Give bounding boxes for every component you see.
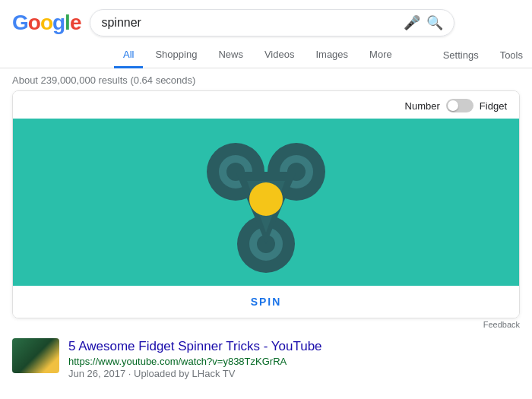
tab-shopping[interactable]: Shopping <box>146 43 206 68</box>
search-bar: 🎤 🔍 <box>90 9 454 36</box>
microphone-icon[interactable]: 🎤 <box>404 14 420 31</box>
search-icon[interactable]: 🔍 <box>426 14 443 31</box>
tab-news[interactable]: News <box>209 43 252 68</box>
logo-g2: g <box>52 11 65 34</box>
fidget-spinner-svg <box>190 126 342 278</box>
header: Google 🎤 🔍 <box>0 0 532 36</box>
result-meta: Jun 26, 2017 · Uploaded by LHack TV <box>68 368 322 379</box>
tab-images[interactable]: Images <box>306 43 357 68</box>
spin-label: SPIN <box>251 296 282 308</box>
spinner-visual[interactable] <box>13 119 519 286</box>
svg-point-11 <box>249 182 283 216</box>
spin-button[interactable]: SPIN <box>13 286 519 318</box>
tab-more[interactable]: More <box>360 43 401 68</box>
toggle-number-label: Number <box>405 100 440 112</box>
tab-videos[interactable]: Videos <box>255 43 304 68</box>
spinner-card: Number Fidget <box>12 90 520 318</box>
result-thumbnail-image <box>12 338 59 373</box>
search-input[interactable] <box>101 16 397 30</box>
spinner-toggle[interactable] <box>446 99 473 112</box>
search-result-item: 5 Awesome Fidget Spinner Tricks - YouTub… <box>0 331 532 387</box>
logo-l: l <box>65 11 70 34</box>
toggle-fidget-label: Fidget <box>480 100 507 112</box>
result-text: 5 Awesome Fidget Spinner Tricks - YouTub… <box>68 338 322 379</box>
toggle-knob <box>448 100 458 111</box>
result-title[interactable]: 5 Awesome Fidget Spinner Tricks - YouTub… <box>68 338 322 355</box>
spinner-toggle-row: Number Fidget <box>13 91 519 119</box>
nav-tabs: All Shopping News Videos Images More Set… <box>0 36 532 68</box>
result-url[interactable]: https://www.youtube.com/watch?v=y838TzKG… <box>68 356 322 367</box>
logo-o1: o <box>28 11 40 34</box>
tools-link[interactable]: Tools <box>491 43 532 67</box>
results-count: About 239,000,000 results (0.64 seconds) <box>0 68 532 90</box>
feedback-row: Feedback <box>0 318 532 331</box>
feedback-label[interactable]: Feedback <box>483 320 520 329</box>
logo-g: G <box>12 11 28 34</box>
tab-all[interactable]: All <box>114 43 143 68</box>
logo-e: e <box>70 11 81 34</box>
result-thumbnail <box>12 338 59 373</box>
settings-link[interactable]: Settings <box>434 43 488 67</box>
google-logo: Google <box>12 11 81 35</box>
logo-o2: o <box>40 11 52 34</box>
